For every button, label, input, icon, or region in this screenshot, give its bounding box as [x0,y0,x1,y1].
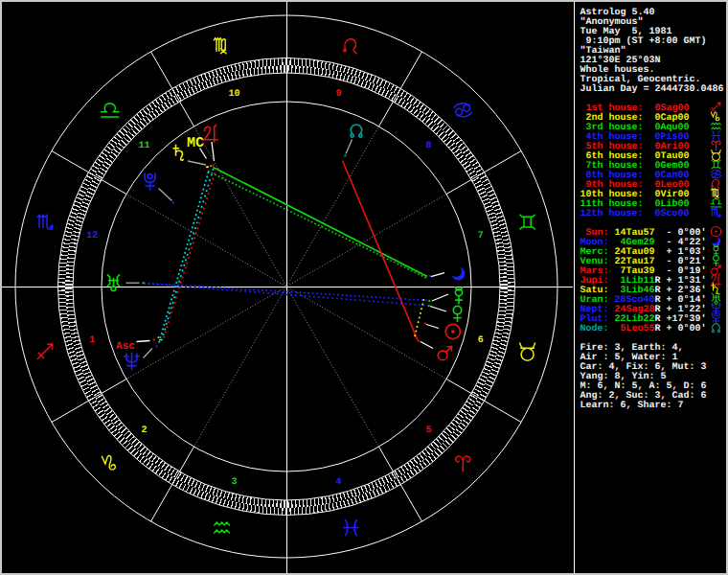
svg-text:12: 12 [86,231,98,242]
svg-text:Learn: 6, Share: 7: Learn: 6, Share: 7 [580,400,684,411]
svg-text:MC: MC [187,135,204,151]
svg-text:3: 3 [232,477,238,488]
svg-text:10: 10 [229,89,240,100]
svg-text:6: 6 [478,335,484,346]
svg-text:7: 7 [478,231,484,242]
svg-text:9: 9 [335,89,341,100]
svg-text:Julian Day = 2444730.0486: Julian Day = 2444730.0486 [580,83,724,95]
svg-text:4: 4 [335,477,341,488]
svg-text:Node:: Node: [580,323,609,334]
svg-text:1: 1 [89,335,95,346]
svg-text:R: R [655,324,661,334]
svg-text:8: 8 [425,141,431,151]
svg-text:Asc: Asc [116,341,135,353]
svg-text:5: 5 [425,426,431,436]
svg-text:11: 11 [138,141,149,151]
svg-text:+ 0°00': + 0°00' [667,323,707,334]
svg-text:2: 2 [141,426,147,436]
svg-text:5Leo55: 5Leo55 [615,324,655,334]
svg-text:12th house: 0Sco00: 12th house: 0Sco00 [580,208,690,219]
